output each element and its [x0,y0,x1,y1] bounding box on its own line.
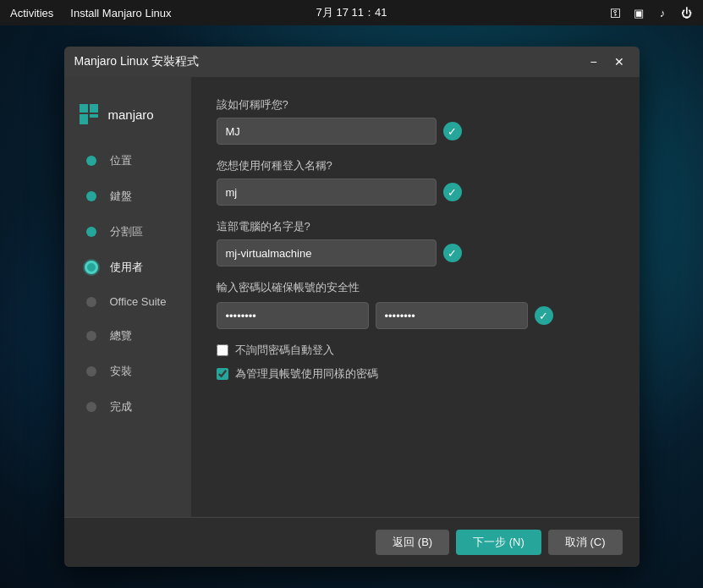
sidebar-label-keyboard: 鍵盤 [110,189,132,204]
step-dot-partition [81,227,102,237]
hostname-input[interactable] [217,239,437,267]
sidebar-item-office[interactable]: Office Suite [64,285,191,318]
volume-icon: ♪ [656,6,669,19]
sidebar-item-location[interactable]: 位置 [64,143,191,179]
sidebar-label-user: 使用者 [110,260,143,275]
sidebar-steps: 位置 鍵盤 分割區 [64,143,191,425]
password-input[interactable] [217,302,369,329]
step-dot-finish [81,402,102,412]
admin-password-label: 為管理員帳號使用同樣的密碼 [235,366,378,382]
name-group: 該如何稱呼您? ✓ [217,97,614,145]
password-label: 輸入密碼以確保帳號的安全性 [217,280,614,295]
username-input-wrapper: ✓ [217,179,614,206]
hostname-input-wrapper: ✓ [217,239,614,267]
password-fields: ✓ [217,302,614,329]
dialog-footer: 返回 (B) 下一步 (N) 取消 (C) [64,517,640,567]
step-dot-summary [81,331,102,341]
sidebar-label-partition: 分割區 [110,224,143,239]
name-input-wrapper: ✓ [217,118,614,145]
svg-rect-2 [80,114,88,124]
display-icon: ▣ [632,6,645,19]
username-input[interactable] [217,179,437,206]
topbar-right: ⚿ ▣ ♪ ⏻ [608,6,693,19]
step-dot-location [81,156,102,166]
admin-password-row: 為管理員帳號使用同樣的密碼 [217,366,614,382]
admin-password-checkbox[interactable] [217,368,228,380]
manjaro-logo-text: manjaro [108,107,154,122]
name-input[interactable] [217,118,437,145]
dialog-controls: − ✕ [584,52,629,72]
back-button[interactable]: 返回 (B) [376,530,449,555]
sidebar-item-user[interactable]: 使用者 [64,250,191,285]
installer-dialog: Manjaro Linux 安裝程式 − ✕ manjaro [64,47,640,567]
next-button[interactable]: 下一步 (N) [456,530,541,555]
activities-button[interactable]: Activities [10,7,53,19]
hostname-label: 這部電腦的名字是? [217,219,614,234]
username-label: 您想使用何種登入名稱? [217,158,614,173]
app-name: Install Manjaro Linux [70,7,171,19]
main-content: 該如何稱呼您? ✓ 您想使用何種登入名稱? ✓ 這部電腦的名 [191,77,640,517]
password-confirm-input[interactable] [376,302,528,329]
hostname-group: 這部電腦的名字是? ✓ [217,219,614,267]
autologin-checkbox[interactable] [217,344,228,356]
sidebar-logo: manjaro [64,94,191,143]
topbar-clock: 7月 17 11：41 [316,5,387,20]
autologin-label: 不詢問密碼自動登入 [235,343,334,358]
power-icon: ⏻ [679,6,693,19]
topbar-left: Activities Install Manjaro Linux [10,7,172,19]
sidebar-item-keyboard[interactable]: 鍵盤 [64,179,191,214]
sidebar-item-summary[interactable]: 總覽 [64,318,191,354]
minimize-button[interactable]: − [584,52,604,72]
step-dot-office [81,297,102,307]
name-label: 該如何稱呼您? [217,97,614,113]
dialog-overlay: Manjaro Linux 安裝程式 − ✕ manjaro [0,25,703,588]
sidebar-label-summary: 總覽 [110,328,132,343]
svg-rect-0 [80,104,88,113]
sidebar-item-finish[interactable]: 完成 [64,389,191,425]
dialog-titlebar: Manjaro Linux 安裝程式 − ✕ [64,47,640,77]
name-check-icon: ✓ [443,122,462,140]
sidebar-label-finish: 完成 [110,399,132,415]
username-check-icon: ✓ [443,183,462,201]
dialog-body: manjaro 位置 [64,77,640,517]
autologin-row: 不詢問密碼自動登入 [217,343,614,358]
close-button[interactable]: ✕ [609,52,629,72]
sidebar-label-install: 安裝 [110,364,132,379]
topbar: Activities Install Manjaro Linux 7月 17 1… [0,0,703,25]
sidebar-label-location: 位置 [110,153,132,168]
step-dot-keyboard [81,191,102,201]
sidebar-label-office: Office Suite [110,295,167,308]
network-icon: ⚿ [608,6,622,19]
username-group: 您想使用何種登入名稱? ✓ [217,158,614,206]
sidebar-item-install[interactable]: 安裝 [64,354,191,389]
password-check-icon: ✓ [535,306,553,325]
password-section: 輸入密碼以確保帳號的安全性 ✓ [217,280,614,329]
dialog-title: Manjaro Linux 安裝程式 [74,54,200,69]
step-dot-install [81,366,102,376]
hostname-check-icon: ✓ [443,244,462,262]
sidebar: manjaro 位置 [64,77,191,517]
svg-rect-1 [90,104,98,113]
cancel-button[interactable]: 取消 (C) [548,530,623,555]
manjaro-logo-icon [78,102,102,126]
sidebar-item-partition[interactable]: 分割區 [64,214,191,250]
svg-rect-3 [90,114,98,118]
step-dot-user [81,261,102,274]
